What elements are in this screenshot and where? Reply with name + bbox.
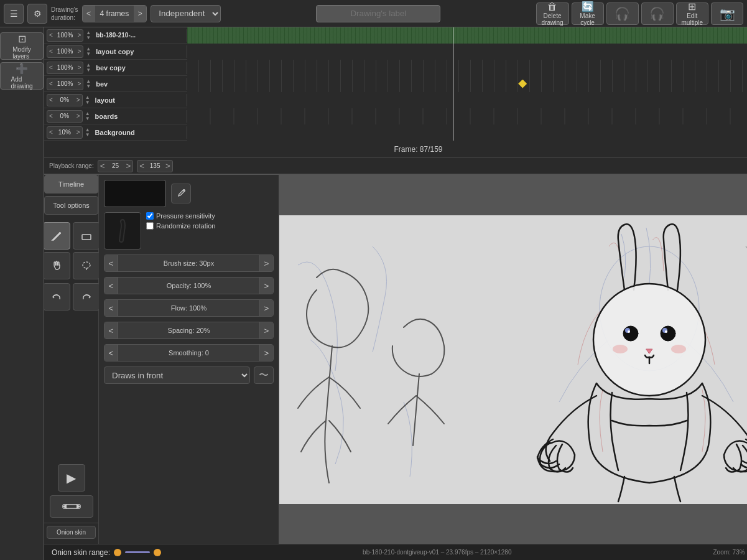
top-right-controls: 🗑 Delete drawing 🔄 Make cycle 🎧 🎧 ⊞ Edit… [536, 2, 744, 25]
redo-button[interactable] [73, 283, 100, 310]
delete-drawing-button[interactable]: 🗑 Delete drawing [536, 2, 569, 25]
range-end-control[interactable]: < 135 > [137, 160, 173, 172]
svg-point-0 [59, 232, 61, 234]
layer-arrows-bc[interactable]: ▲▼ [85, 63, 92, 73]
tab-timeline[interactable]: Timeline [44, 175, 98, 194]
range-end-inc[interactable]: > [164, 161, 172, 170]
layer-arrows-boards[interactable]: ▲▼ [84, 111, 91, 121]
smoothing-dec[interactable]: < [104, 344, 118, 362]
svg-point-13 [661, 326, 675, 341]
lasso-tool-button[interactable] [73, 252, 100, 279]
randomize-rotation-checkbox[interactable] [146, 222, 154, 230]
timeline-track-bb[interactable] [187, 27, 747, 44]
layer-pct-bb: < 100% > [47, 29, 83, 42]
duration-decrement[interactable]: < [83, 5, 95, 22]
camera-icon[interactable]: 📷 [711, 2, 743, 25]
eyedropper-button[interactable] [171, 184, 191, 203]
timeline-track-boards[interactable] [187, 108, 747, 124]
pct-dec-bc[interactable]: < [47, 64, 55, 71]
opacity-inc[interactable]: > [259, 277, 273, 294]
pct-decrement-bb[interactable]: < [47, 32, 55, 39]
draws-in-front-select[interactable]: Draws in front [104, 366, 250, 384]
timeline-track-bev[interactable] [187, 76, 747, 92]
mode-select[interactable]: Independent [151, 5, 221, 22]
playback-controls: ▶ [44, 459, 98, 523]
drawing-label-input[interactable] [316, 5, 440, 22]
spacing-inc[interactable]: > [259, 322, 273, 339]
onion-skin-right-dot[interactable] [154, 549, 161, 556]
pct-inc-bg[interactable]: > [75, 129, 82, 136]
smoothing-label: Smoothing: 0 [118, 349, 259, 357]
randomize-rotation-label: Randomize rotation [156, 222, 215, 230]
spacing-dec[interactable]: < [104, 322, 118, 339]
timeline-track-background[interactable] [187, 124, 747, 141]
layer-arrows-lay[interactable]: ▲▼ [84, 95, 91, 105]
range-start-control[interactable]: < 25 > [98, 160, 134, 172]
pct-dec-lay[interactable]: < [47, 96, 55, 103]
duration-increment[interactable]: > [134, 5, 146, 22]
duration-control[interactable]: < 4 frames > [82, 5, 147, 22]
pct-dec-lc[interactable]: < [47, 48, 55, 55]
eraser-tool-button[interactable] [73, 222, 100, 250]
onion-skin-line [125, 551, 150, 553]
layer-row-boards: < 0% > ▲▼ boards [44, 108, 747, 124]
wave-button[interactable]: 〜 [254, 366, 274, 384]
flow-dec[interactable]: < [104, 299, 118, 317]
range-start-dec[interactable]: < [98, 161, 107, 170]
tab-tool-options[interactable]: Tool options [44, 196, 98, 215]
make-cycle-button[interactable]: 🔄 Make cycle [572, 2, 604, 25]
modify-layers-button[interactable]: ⊡ Modifylayers [0, 32, 44, 60]
settings-icon[interactable]: ⚙ [27, 4, 47, 24]
main-layout: ⊡ Modifylayers ➕ Adddrawing < 100% > [0, 27, 747, 560]
opacity-dec[interactable]: < [104, 277, 118, 294]
svg-point-19 [671, 345, 686, 353]
tool-strip [44, 217, 98, 459]
smoothing-inc[interactable]: > [259, 344, 273, 362]
undo-button[interactable] [44, 283, 70, 310]
pct-inc-bc[interactable]: > [75, 64, 83, 71]
pct-inc-boards[interactable]: > [75, 113, 82, 119]
brush-size-label: Brush size: 30px [118, 259, 259, 267]
add-drawing-button[interactable]: ➕ Adddrawing [0, 62, 44, 90]
layer-name-boards: boards [93, 113, 184, 120]
pct-dec-bg[interactable]: < [47, 129, 55, 136]
timeline-track-lc[interactable] [187, 44, 747, 60]
canvas-area[interactable] [279, 175, 747, 544]
pressure-sensitivity-checkbox[interactable] [146, 212, 154, 220]
layer-arrows-bev[interactable]: ▲▼ [85, 79, 92, 89]
brush-preview[interactable] [104, 212, 141, 250]
headphones-left-icon[interactable]: 🎧 [606, 2, 639, 25]
pct-inc-lay[interactable]: > [75, 96, 82, 103]
onion-skin-button[interactable]: Onion skin [47, 526, 96, 539]
flow-inc[interactable]: > [259, 299, 273, 317]
layer-row-layout: < 0% > ▲▼ layout [44, 92, 747, 108]
edit-multiple-button[interactable]: ⊞ Edit multiple [676, 2, 708, 25]
brush-size-inc[interactable]: > [259, 254, 273, 272]
timeline-track-bc[interactable] [187, 60, 747, 76]
layer-pct-bev-copy: < 100% > [47, 62, 83, 74]
layer-arrows-bb[interactable]: ▲▼ [85, 30, 92, 40]
pct-increment-bb[interactable]: > [75, 32, 83, 39]
range-start-inc[interactable]: > [124, 161, 133, 170]
play-button[interactable]: ▶ [58, 464, 85, 492]
pct-dec-bev[interactable]: < [47, 80, 55, 87]
hand-tool-button[interactable] [44, 252, 70, 279]
pct-inc-lc[interactable]: > [75, 48, 83, 55]
menu-icon[interactable]: ☰ [4, 4, 24, 24]
brush-tool-button[interactable] [44, 222, 70, 250]
headphones-right-icon[interactable]: 🎧 [641, 2, 674, 25]
pct-inc-bev[interactable]: > [75, 80, 83, 87]
layer-arrows-lc[interactable]: ▲▼ [85, 47, 92, 57]
range-end-dec[interactable]: < [137, 161, 146, 170]
frame-indicator: Frame: 87/159 [394, 145, 442, 154]
flip-button[interactable] [50, 495, 93, 518]
brush-size-dec[interactable]: < [104, 254, 118, 272]
layer-arrows-bg[interactable]: ▲▼ [84, 128, 91, 138]
color-section [104, 180, 274, 207]
color-swatch[interactable] [104, 180, 166, 207]
onion-skin-left-dot[interactable] [114, 549, 121, 556]
timeline-track-layout[interactable] [187, 92, 747, 108]
layer-row-bb: < 100% > ▲▼ bb-180-210-... [44, 27, 747, 44]
pct-dec-boards[interactable]: < [47, 113, 55, 119]
pressure-sensitivity-label: Pressure sensitivity [156, 212, 215, 220]
